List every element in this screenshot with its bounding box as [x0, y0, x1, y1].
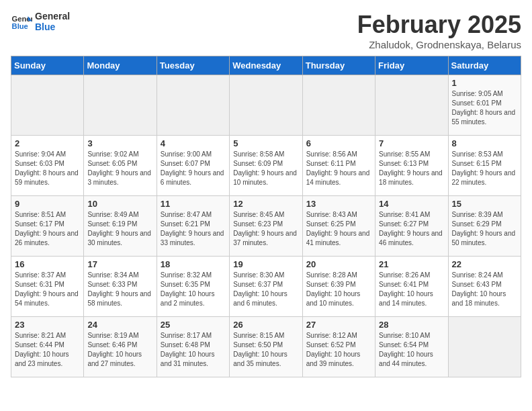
day-info: Sunrise: 8:51 AM Sunset: 6:17 PM Dayligh…	[15, 210, 80, 248]
weekday-header-row: SundayMondayTuesdayWednesdayThursdayFrid…	[11, 56, 521, 75]
day-number: 27	[306, 320, 371, 330]
day-number: 20	[306, 259, 371, 269]
day-info: Sunrise: 8:24 AM Sunset: 6:43 PM Dayligh…	[452, 271, 517, 308]
calendar-cell: 15Sunrise: 8:39 AM Sunset: 6:29 PM Dayli…	[448, 196, 521, 257]
day-info: Sunrise: 8:45 AM Sunset: 6:23 PM Dayligh…	[233, 210, 298, 248]
calendar-title: February 2025	[357, 11, 521, 39]
calendar-cell: 16Sunrise: 8:37 AM Sunset: 6:31 PM Dayli…	[11, 257, 84, 317]
day-info: Sunrise: 8:15 AM Sunset: 6:50 PM Dayligh…	[233, 331, 298, 369]
day-info: Sunrise: 8:17 AM Sunset: 6:48 PM Dayligh…	[161, 331, 226, 369]
day-info: Sunrise: 9:02 AM Sunset: 6:05 PM Dayligh…	[87, 150, 152, 187]
calendar-cell: 28Sunrise: 8:10 AM Sunset: 6:54 PM Dayli…	[375, 317, 448, 377]
logo-line1: General	[35, 11, 70, 21]
day-info: Sunrise: 9:04 AM Sunset: 6:03 PM Dayligh…	[15, 150, 80, 187]
day-number: 28	[379, 320, 444, 330]
day-number: 21	[379, 259, 444, 269]
calendar-cell: 24Sunrise: 8:19 AM Sunset: 6:46 PM Dayli…	[84, 317, 157, 377]
day-number: 26	[233, 320, 298, 330]
day-info: Sunrise: 8:49 AM Sunset: 6:19 PM Dayligh…	[87, 210, 152, 248]
day-number: 1	[452, 78, 517, 88]
day-number: 4	[161, 138, 226, 148]
calendar-cell: 11Sunrise: 8:47 AM Sunset: 6:21 PM Dayli…	[157, 196, 229, 257]
day-info: Sunrise: 8:21 AM Sunset: 6:44 PM Dayligh…	[15, 331, 80, 369]
calendar-cell	[230, 75, 302, 136]
calendar-cell: 3Sunrise: 9:02 AM Sunset: 6:05 PM Daylig…	[84, 136, 157, 196]
day-info: Sunrise: 9:05 AM Sunset: 6:01 PM Dayligh…	[452, 89, 517, 127]
day-number: 16	[15, 259, 80, 269]
day-number: 8	[452, 138, 517, 148]
day-info: Sunrise: 8:12 AM Sunset: 6:52 PM Dayligh…	[306, 331, 371, 369]
day-info: Sunrise: 8:30 AM Sunset: 6:37 PM Dayligh…	[233, 271, 298, 308]
calendar-week-row: 23Sunrise: 8:21 AM Sunset: 6:44 PM Dayli…	[11, 317, 521, 377]
day-number: 23	[15, 320, 80, 330]
logo: General Blue General Blue	[11, 11, 70, 32]
calendar-cell: 13Sunrise: 8:43 AM Sunset: 6:25 PM Dayli…	[302, 196, 375, 257]
calendar-cell	[375, 75, 448, 136]
calendar-cell: 21Sunrise: 8:26 AM Sunset: 6:41 PM Dayli…	[375, 257, 448, 317]
calendar-cell: 7Sunrise: 8:55 AM Sunset: 6:13 PM Daylig…	[375, 136, 448, 196]
day-number: 19	[233, 259, 298, 269]
day-number: 9	[15, 199, 80, 209]
calendar-cell	[11, 75, 84, 136]
day-info: Sunrise: 8:53 AM Sunset: 6:15 PM Dayligh…	[452, 150, 517, 187]
weekday-header: Friday	[375, 56, 448, 75]
calendar-cell: 25Sunrise: 8:17 AM Sunset: 6:48 PM Dayli…	[157, 317, 229, 377]
calendar-cell: 9Sunrise: 8:51 AM Sunset: 6:17 PM Daylig…	[11, 196, 84, 257]
day-info: Sunrise: 8:37 AM Sunset: 6:31 PM Dayligh…	[15, 271, 80, 308]
day-info: Sunrise: 8:43 AM Sunset: 6:25 PM Dayligh…	[306, 210, 371, 248]
calendar-cell: 19Sunrise: 8:30 AM Sunset: 6:37 PM Dayli…	[230, 257, 302, 317]
day-info: Sunrise: 8:58 AM Sunset: 6:09 PM Dayligh…	[233, 150, 298, 187]
title-area: February 2025 Zhaludok, Grodnenskaya, Be…	[357, 11, 521, 50]
weekday-header: Monday	[84, 56, 157, 75]
day-info: Sunrise: 9:00 AM Sunset: 6:07 PM Dayligh…	[161, 150, 226, 187]
calendar-cell: 8Sunrise: 8:53 AM Sunset: 6:15 PM Daylig…	[448, 136, 521, 196]
calendar-week-row: 9Sunrise: 8:51 AM Sunset: 6:17 PM Daylig…	[11, 196, 521, 257]
calendar-cell	[84, 75, 157, 136]
calendar-cell: 6Sunrise: 8:56 AM Sunset: 6:11 PM Daylig…	[302, 136, 375, 196]
day-number: 6	[306, 138, 371, 148]
weekday-header: Thursday	[302, 56, 375, 75]
day-number: 25	[161, 320, 226, 330]
logo-icon: General Blue	[11, 11, 32, 32]
calendar-subtitle: Zhaludok, Grodnenskaya, Belarus	[357, 39, 521, 50]
day-number: 12	[233, 199, 298, 209]
day-info: Sunrise: 8:55 AM Sunset: 6:13 PM Dayligh…	[379, 150, 444, 187]
calendar-cell: 12Sunrise: 8:45 AM Sunset: 6:23 PM Dayli…	[230, 196, 302, 257]
day-number: 5	[233, 138, 298, 148]
day-number: 22	[452, 259, 517, 269]
calendar-cell	[302, 75, 375, 136]
weekday-header: Sunday	[11, 56, 84, 75]
day-info: Sunrise: 8:39 AM Sunset: 6:29 PM Dayligh…	[452, 210, 517, 248]
header: General Blue General Blue February 2025 …	[11, 11, 521, 50]
day-number: 10	[87, 199, 152, 209]
day-info: Sunrise: 8:34 AM Sunset: 6:33 PM Dayligh…	[87, 271, 152, 308]
weekday-header: Tuesday	[157, 56, 229, 75]
day-number: 11	[161, 199, 226, 209]
calendar-cell: 26Sunrise: 8:15 AM Sunset: 6:50 PM Dayli…	[230, 317, 302, 377]
calendar-cell: 10Sunrise: 8:49 AM Sunset: 6:19 PM Dayli…	[84, 196, 157, 257]
calendar-cell: 27Sunrise: 8:12 AM Sunset: 6:52 PM Dayli…	[302, 317, 375, 377]
day-number: 13	[306, 199, 371, 209]
weekday-header: Wednesday	[230, 56, 302, 75]
calendar-cell: 20Sunrise: 8:28 AM Sunset: 6:39 PM Dayli…	[302, 257, 375, 317]
calendar-cell: 18Sunrise: 8:32 AM Sunset: 6:35 PM Dayli…	[157, 257, 229, 317]
calendar-cell: 17Sunrise: 8:34 AM Sunset: 6:33 PM Dayli…	[84, 257, 157, 317]
calendar-week-row: 1Sunrise: 9:05 AM Sunset: 6:01 PM Daylig…	[11, 75, 521, 136]
calendar-cell: 22Sunrise: 8:24 AM Sunset: 6:43 PM Dayli…	[448, 257, 521, 317]
day-number: 17	[87, 259, 152, 269]
day-number: 14	[379, 199, 444, 209]
calendar-cell: 14Sunrise: 8:41 AM Sunset: 6:27 PM Dayli…	[375, 196, 448, 257]
calendar-cell: 4Sunrise: 9:00 AM Sunset: 6:07 PM Daylig…	[157, 136, 229, 196]
day-info: Sunrise: 8:28 AM Sunset: 6:39 PM Dayligh…	[306, 271, 371, 308]
day-number: 7	[379, 138, 444, 148]
weekday-header: Saturday	[448, 56, 521, 75]
calendar-week-row: 2Sunrise: 9:04 AM Sunset: 6:03 PM Daylig…	[11, 136, 521, 196]
day-info: Sunrise: 8:26 AM Sunset: 6:41 PM Dayligh…	[379, 271, 444, 308]
day-number: 2	[15, 138, 80, 148]
calendar-cell: 5Sunrise: 8:58 AM Sunset: 6:09 PM Daylig…	[230, 136, 302, 196]
calendar-cell	[157, 75, 229, 136]
day-number: 24	[87, 320, 152, 330]
calendar-cell: 1Sunrise: 9:05 AM Sunset: 6:01 PM Daylig…	[448, 75, 521, 136]
day-number: 15	[452, 199, 517, 209]
day-info: Sunrise: 8:10 AM Sunset: 6:54 PM Dayligh…	[379, 331, 444, 369]
